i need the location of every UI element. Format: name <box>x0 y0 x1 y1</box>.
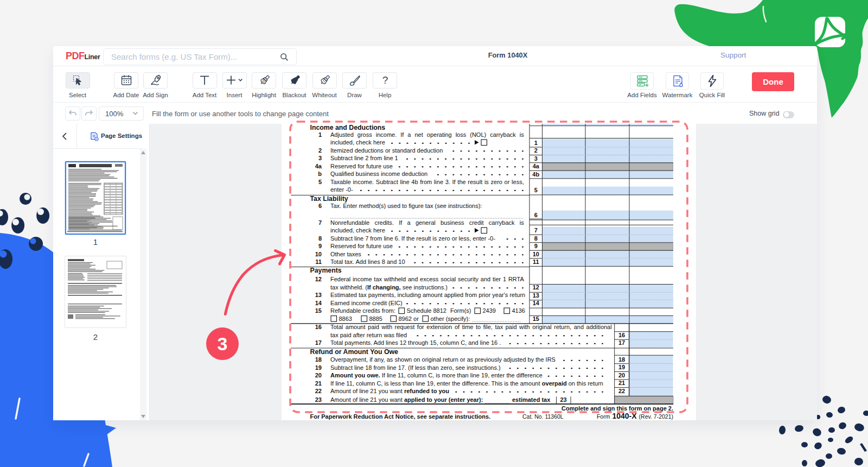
svg-text:?: ? <box>382 74 388 86</box>
svg-text:3: 3 <box>218 333 228 354</box>
